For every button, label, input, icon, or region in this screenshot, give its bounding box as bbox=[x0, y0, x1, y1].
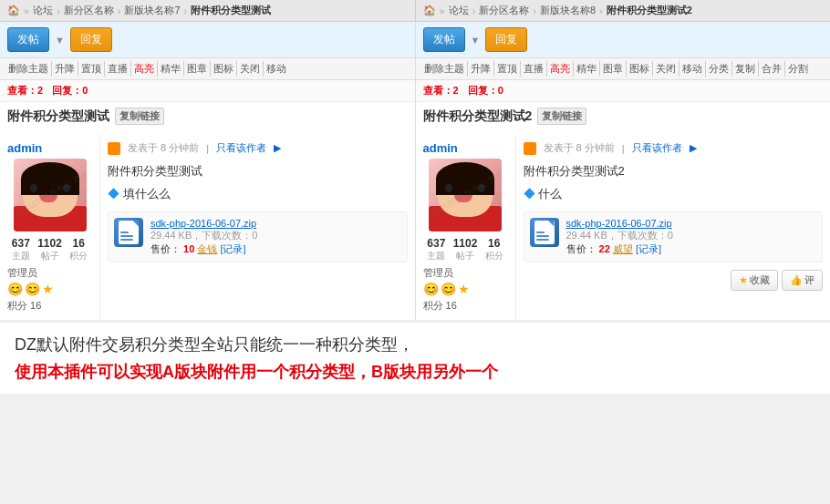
price-unit-col2[interactable]: 威望 bbox=[613, 243, 633, 254]
toolbar-move2[interactable]: 移动 bbox=[680, 61, 706, 77]
record-col1[interactable]: [记录] bbox=[220, 243, 245, 254]
record-col2[interactable]: [记录] bbox=[636, 243, 661, 254]
toolbar-close1[interactable]: 关闭 bbox=[237, 61, 264, 77]
stat-posts-label-col2: 帖子 bbox=[451, 250, 479, 262]
toolbar-delete2[interactable]: 删除主题 bbox=[421, 61, 468, 77]
post-time-col2: 发表于 8 分钟前 bbox=[544, 141, 615, 155]
time-icon-col1 bbox=[108, 142, 120, 155]
only-author-col2[interactable]: 只看该作者 bbox=[632, 141, 682, 155]
breadcrumb-forum2[interactable]: 论坛 bbox=[449, 4, 469, 17]
file-size-col1: 29.44 KB，下载次数：0 bbox=[150, 229, 257, 242]
breadcrumb-section2[interactable]: 新分区名称 bbox=[479, 4, 529, 17]
file-price-col2: 售价： 22 威望 [记录] bbox=[566, 242, 673, 256]
view-count-col2: 2 bbox=[453, 85, 459, 96]
file-name-col2[interactable]: sdk-php-2016-06-07.zip bbox=[566, 218, 672, 229]
toolbar-move1[interactable]: 移动 bbox=[264, 61, 289, 77]
toolbar-featured1[interactable]: 精华 bbox=[158, 61, 184, 77]
avatar-col2: DISCUZ! 插件中心 友道 bbox=[429, 159, 502, 231]
post-text-col1: 附件积分类型测试 ◆ 填什么么 bbox=[108, 162, 408, 204]
stat-points-label-col1: 积分 bbox=[65, 250, 92, 262]
score-value-col1: 16 bbox=[30, 300, 41, 311]
avatar-col1: DISCUZ! 插件中心 友道 bbox=[14, 159, 87, 231]
nav-toolbar-col2: 删除主题 升降 置顶 直播 高亮 精华 图章 图标 关闭 移动 分类 复制 合并… bbox=[416, 58, 831, 80]
thumb-icon: 👍 bbox=[790, 274, 803, 286]
post-title-area-col1: 附件积分类型测试 复制链接 bbox=[0, 102, 415, 134]
toolbar-stamp2[interactable]: 图章 bbox=[600, 61, 627, 77]
stat-topics-label-col1: 主题 bbox=[7, 250, 35, 262]
username-col2[interactable]: admin bbox=[423, 141, 508, 155]
file-icon-col2 bbox=[530, 218, 559, 247]
breadcrumb-section1[interactable]: 新分区名称 bbox=[64, 4, 114, 17]
breadcrumb-block2[interactable]: 新版块名称8 bbox=[540, 4, 596, 17]
mood2-col2: 😊 bbox=[441, 282, 456, 296]
post-meta-col1: 发表于 8 分钟前 | 只看该作者 ▶ bbox=[108, 141, 408, 155]
arrow-col1[interactable]: ▶ bbox=[274, 142, 281, 154]
star-col2: ★ bbox=[458, 282, 470, 296]
file-icon-col1 bbox=[114, 218, 143, 247]
stat-topics-col2: 637 bbox=[423, 237, 451, 250]
user-rank-col1: 管理员 bbox=[7, 266, 92, 280]
mood-icons-col1: 😊 😊 ★ bbox=[7, 282, 92, 296]
toolbar-close2[interactable]: 关闭 bbox=[653, 61, 680, 77]
username-col1[interactable]: admin bbox=[7, 141, 92, 155]
score-row-col1: 积分 16 bbox=[7, 299, 92, 313]
file-price-col1: 售价： 10 金钱 [记录] bbox=[150, 242, 257, 256]
post-content-area-col2: admin DISCUZ! 插件中心 友道 637 bbox=[416, 134, 831, 321]
nav-toolbar-col1: 删除主题 升降 置顶 直播 高亮 精华 图章 图标 关闭 移动 bbox=[0, 58, 415, 80]
time-icon-col2 bbox=[524, 142, 536, 155]
action-bar-col2: 发帖 ▼ 回复 bbox=[416, 22, 831, 58]
stat-points-label-col2: 积分 bbox=[481, 250, 508, 262]
toolbar-top1[interactable]: 置顶 bbox=[78, 61, 105, 77]
bottom-text-area: DZ默认附件交易积分类型全站只能统一一种积分类型， 使用本插件可以实现A版块附件… bbox=[0, 321, 830, 394]
stat-topics-label-col2: 主题 bbox=[423, 250, 451, 262]
toolbar-icon2[interactable]: 图标 bbox=[627, 61, 653, 77]
toolbar-cat2[interactable]: 分类 bbox=[706, 61, 732, 77]
price-value-col1: 10 bbox=[183, 243, 194, 254]
breadcrumb-block1[interactable]: 新版块名称7 bbox=[124, 4, 180, 17]
post-button-col2[interactable]: 发帖 bbox=[423, 27, 465, 52]
toolbar-featured2[interactable]: 精华 bbox=[574, 61, 600, 77]
post-col1: 发帖 ▼ 回复 删除主题 升降 置顶 直播 高亮 精华 图章 图标 关闭 移动 … bbox=[0, 22, 416, 321]
toolbar-top2[interactable]: 置顶 bbox=[494, 61, 521, 77]
score-value-col2: 16 bbox=[446, 300, 457, 311]
toolbar-split2[interactable]: 分割 bbox=[785, 61, 811, 77]
toolbar-highlight2[interactable]: 高亮 bbox=[547, 61, 574, 77]
stat-points-col1: 16 bbox=[65, 237, 92, 250]
toolbar-merge2[interactable]: 合并 bbox=[759, 61, 785, 77]
bottom-line1: DZ默认附件交易积分类型全站只能统一一种积分类型， bbox=[15, 334, 815, 355]
toolbar-live1[interactable]: 直播 bbox=[105, 61, 131, 77]
toolbar-stamp1[interactable]: 图章 bbox=[184, 61, 211, 77]
stat-topics-col1: 637 bbox=[7, 237, 35, 250]
collect-button[interactable]: ★ 收藏 bbox=[731, 270, 778, 291]
breadcrumb-forum1[interactable]: 论坛 bbox=[33, 4, 53, 17]
toolbar-rank2[interactable]: 升降 bbox=[468, 61, 494, 77]
toolbar-rank1[interactable]: 升降 bbox=[52, 61, 78, 77]
toolbar-highlight1[interactable]: 高亮 bbox=[131, 61, 158, 77]
reply-count-col2: 0 bbox=[498, 85, 503, 96]
stat-posts-col2: 1102 bbox=[451, 237, 479, 250]
post-button-col1[interactable]: 发帖 bbox=[7, 27, 49, 52]
price-unit-col1[interactable]: 金钱 bbox=[197, 243, 217, 254]
toolbar-copy2[interactable]: 复制 bbox=[732, 61, 759, 77]
reply-button-col1[interactable]: 回复 bbox=[70, 27, 112, 52]
copy-link-col1[interactable]: 复制链接 bbox=[115, 108, 164, 125]
reply-button-col2[interactable]: 回复 bbox=[485, 27, 527, 52]
bottom-actions-col2: ★ 收藏 👍 评 bbox=[524, 270, 824, 291]
file-info-col1: sdk-php-2016-06-07.zip 29.44 KB，下载次数：0 售… bbox=[150, 218, 257, 256]
toolbar-icon1[interactable]: 图标 bbox=[211, 61, 237, 77]
only-author-col1[interactable]: 只看该作者 bbox=[216, 141, 266, 155]
comment-button[interactable]: 👍 评 bbox=[782, 270, 823, 291]
post-title-col2: 附件积分类型测试2 复制链接 bbox=[423, 108, 824, 125]
diamond-icon-col1: ◆ bbox=[108, 187, 119, 201]
copy-link-col2[interactable]: 复制链接 bbox=[537, 108, 586, 125]
post-time-col1: 发表于 8 分钟前 bbox=[128, 141, 199, 155]
post-title-col1: 附件积分类型测试 复制链接 bbox=[7, 108, 408, 125]
stat-posts-col1: 1102 bbox=[36, 237, 64, 250]
arrow-col2[interactable]: ▶ bbox=[690, 142, 697, 154]
star-col1: ★ bbox=[42, 282, 54, 296]
home-icon: 🏠 bbox=[7, 5, 20, 16]
toolbar-delete1[interactable]: 删除主题 bbox=[5, 61, 52, 77]
toolbar-live2[interactable]: 直播 bbox=[521, 61, 547, 77]
file-name-col1[interactable]: sdk-php-2016-06-07.zip bbox=[150, 218, 256, 229]
user-stats-col1: 637 主题 1102 帖子 16 积分 bbox=[7, 237, 92, 262]
